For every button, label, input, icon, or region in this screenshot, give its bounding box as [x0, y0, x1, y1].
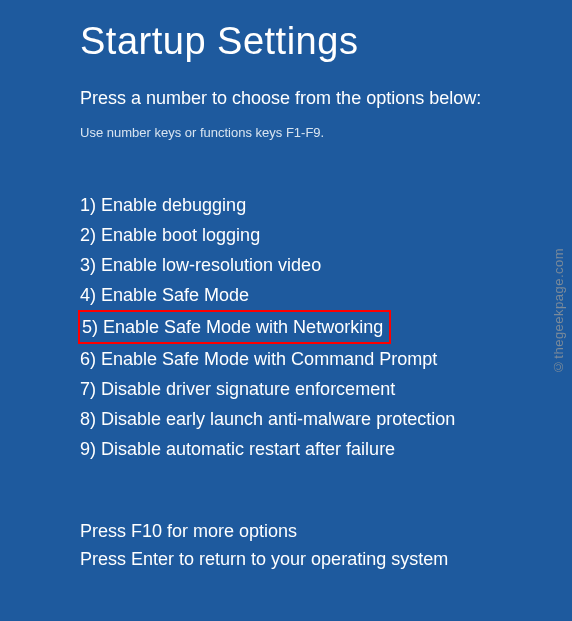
option-label: 9) Disable automatic restart after failu…	[80, 439, 395, 459]
watermark: ©thegeekpage.com	[551, 247, 566, 373]
option-4[interactable]: 4) Enable Safe Mode	[80, 280, 572, 310]
option-6[interactable]: 6) Enable Safe Mode with Command Prompt	[80, 344, 572, 374]
options-list: 1) Enable debugging2) Enable boot loggin…	[80, 190, 572, 464]
option-5[interactable]: 5) Enable Safe Mode with Networking	[78, 310, 391, 344]
startup-settings-screen: Startup Settings Press a number to choos…	[0, 0, 572, 464]
option-label: 6) Enable Safe Mode with Command Prompt	[80, 349, 437, 369]
option-label: 8) Disable early launch anti-malware pro…	[80, 409, 455, 429]
footer-more-options: Press F10 for more options	[80, 517, 448, 545]
footer: Press F10 for more options Press Enter t…	[80, 517, 448, 573]
option-1[interactable]: 1) Enable debugging	[80, 190, 572, 220]
option-label: 1) Enable debugging	[80, 195, 246, 215]
page-title: Startup Settings	[80, 20, 572, 63]
option-7[interactable]: 7) Disable driver signature enforcement	[80, 374, 572, 404]
instruction-text: Press a number to choose from the option…	[80, 88, 572, 109]
option-3[interactable]: 3) Enable low-resolution video	[80, 250, 572, 280]
option-label: 4) Enable Safe Mode	[80, 285, 249, 305]
option-label: 2) Enable boot logging	[80, 225, 260, 245]
footer-return: Press Enter to return to your operating …	[80, 545, 448, 573]
option-8[interactable]: 8) Disable early launch anti-malware pro…	[80, 404, 572, 434]
option-9[interactable]: 9) Disable automatic restart after failu…	[80, 434, 572, 464]
option-2[interactable]: 2) Enable boot logging	[80, 220, 572, 250]
option-label: 7) Disable driver signature enforcement	[80, 379, 395, 399]
option-label: 5) Enable Safe Mode with Networking	[80, 317, 383, 337]
key-hint: Use number keys or functions keys F1-F9.	[80, 125, 572, 140]
option-label: 3) Enable low-resolution video	[80, 255, 321, 275]
